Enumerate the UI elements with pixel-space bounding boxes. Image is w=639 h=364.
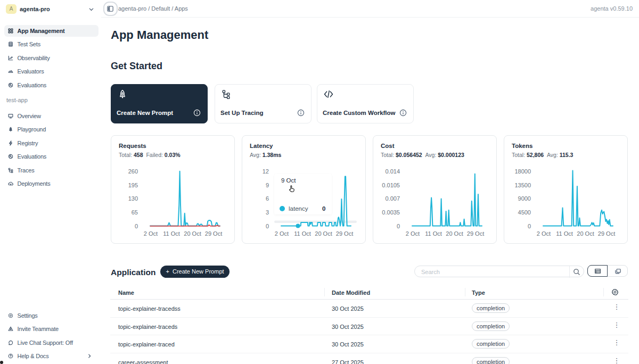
svg-text:20 Oct: 20 Oct [184,230,201,237]
svg-text:18000: 18000 [514,168,531,175]
svg-text:20 Oct: 20 Oct [577,230,594,237]
svg-text:9: 9 [266,182,269,188]
svg-text:11 Oct: 11 Oct [425,230,442,237]
svg-text:2 Oct: 2 Oct [537,230,551,237]
svg-text:29 Oct: 29 Oct [467,230,484,237]
svg-text:260: 260 [128,168,138,175]
svg-text:2 Oct: 2 Oct [144,230,158,237]
svg-text:29 Oct: 29 Oct [205,230,222,237]
svg-text:2 Oct: 2 Oct [406,230,420,237]
svg-text:130: 130 [128,195,138,202]
svg-text:0: 0 [397,223,400,229]
svg-text:4500: 4500 [518,209,531,216]
svg-text:0.0105: 0.0105 [382,182,400,188]
svg-text:6: 6 [266,195,269,202]
svg-text:195: 195 [128,182,138,188]
svg-text:0.007: 0.007 [385,195,400,202]
svg-text:0: 0 [135,223,138,229]
svg-text:11 Oct: 11 Oct [556,230,573,237]
svg-text:0: 0 [266,223,269,229]
svg-text:20 Oct: 20 Oct [315,230,332,237]
svg-text:20 Oct: 20 Oct [446,230,463,237]
svg-text:2 Oct: 2 Oct [275,230,289,237]
svg-text:13500: 13500 [514,182,531,188]
svg-text:3: 3 [266,209,269,216]
svg-text:0: 0 [528,223,531,229]
svg-text:29 Oct: 29 Oct [598,230,615,237]
svg-text:0.014: 0.014 [385,168,400,175]
svg-text:11 Oct: 11 Oct [163,230,180,237]
svg-text:0.0035: 0.0035 [382,209,400,216]
svg-text:12: 12 [263,168,269,175]
svg-text:11 Oct: 11 Oct [294,230,311,237]
svg-text:29 Oct: 29 Oct [336,230,353,237]
svg-text:9000: 9000 [518,195,531,202]
svg-text:65: 65 [132,209,138,216]
